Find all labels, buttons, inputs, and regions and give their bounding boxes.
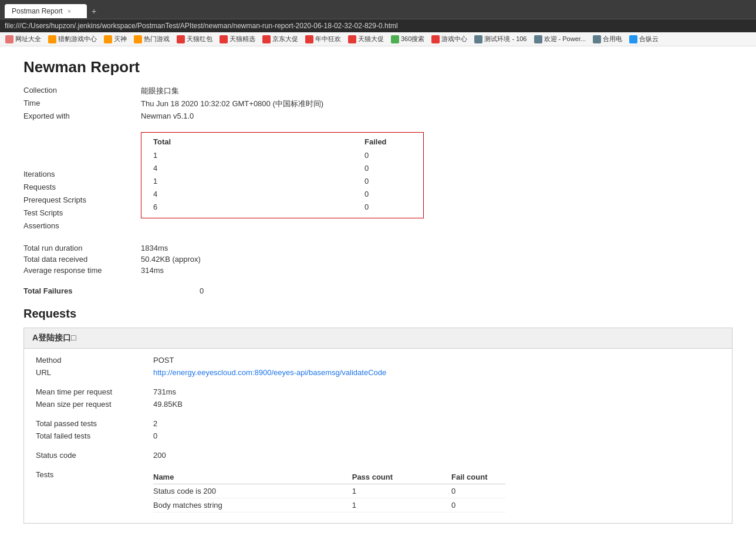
bookmark-label: 天猫红包 <box>187 35 212 43</box>
bookmark-icon-hezongyun <box>629 35 637 43</box>
mean-time-label: Mean time per request <box>36 387 153 396</box>
stat-labels: Iterations Requests Prerequest Scripts T… <box>23 132 141 232</box>
bookmark-icon-remen <box>134 35 142 43</box>
bookmark-label: 热门游戏 <box>144 35 170 43</box>
active-tab[interactable]: Postman Report × <box>5 4 87 18</box>
bookmark-nianzh[interactable]: 年中狂欢 <box>303 34 343 44</box>
total-failures-value: 0 <box>200 286 204 295</box>
status-code-value: 200 <box>153 451 166 460</box>
tab-bar: Postman Report × + <box>0 0 756 19</box>
bookmark-label: 测试环境 - 106 <box>484 35 526 43</box>
failed-header: Failed <box>365 137 411 146</box>
mean-time-row: Mean time per request 731ms <box>36 387 720 396</box>
bookmark-icon-ceshi <box>474 35 482 43</box>
bookmark-ceshi[interactable]: 测试环境 - 106 <box>473 34 528 44</box>
url-row: URL http://energy.eeyescloud.com:8900/ee… <box>36 368 720 377</box>
bookmark-wangzhi[interactable]: 网址大全 <box>4 34 43 44</box>
bookmark-mieshen[interactable]: 灭神 <box>102 34 129 44</box>
test-name-0: Status code is 200 <box>153 484 352 498</box>
bookmark-label: 网址大全 <box>15 35 41 43</box>
time-value: Thu Jun 18 2020 10:32:02 GMT+0800 (中国标准时… <box>141 99 323 109</box>
tab-label: Postman Report <box>12 7 63 15</box>
test-fail-1: 0 <box>451 498 505 512</box>
stats-row-prerequest: 1 0 <box>153 174 411 187</box>
bookmark-label: 天猫大促 <box>358 35 384 43</box>
prerequest-failed: 0 <box>365 177 369 186</box>
avg-response-label: Average response time <box>23 266 141 275</box>
bookmark-tianmao-hongbao[interactable]: 天猫红包 <box>175 34 214 44</box>
bookmark-360sousuo[interactable]: 360搜索 <box>389 34 426 44</box>
bookmark-icon-huanying <box>534 35 542 43</box>
duration-row-data: Total data received 50.42KB (approx) <box>23 255 733 264</box>
request-group-0: A登陆接口□ Method POST URL http://energy.eey… <box>23 328 733 524</box>
bookmark-huanying[interactable]: 欢迎 - Power... <box>532 34 588 44</box>
assertions-failed: 0 <box>365 203 369 211</box>
total-data-label: Total data received <box>23 255 141 264</box>
bookmark-heyongdian[interactable]: 合用电 <box>591 34 624 44</box>
bookmark-youxizhongxin[interactable]: 游戏中心 <box>430 34 469 44</box>
passed-tests-label: Total passed tests <box>36 419 153 428</box>
tests-row: Tests Name Pass count Fail count Status … <box>36 470 720 512</box>
stat-label-iterations: Iterations <box>23 167 141 180</box>
tests-table: Name Pass count Fail count Status code i… <box>153 470 505 512</box>
requests-total: 4 <box>153 164 200 173</box>
bookmark-liebaoyouxi[interactable]: 猎豹游戏中心 <box>46 34 99 44</box>
new-tab-button[interactable]: + <box>87 4 101 19</box>
bookmark-tianmao-jingxuan[interactable]: 天猫精选 <box>218 34 257 44</box>
mean-size-label: Mean size per request <box>36 400 153 409</box>
bookmark-icon-tianmao-hongbao <box>177 35 185 43</box>
failed-tests-row: Total failed tests 0 <box>36 431 720 440</box>
bookmark-tianmao-dacu[interactable]: 天猫大促 <box>346 34 386 44</box>
bookmark-label: 年中狂欢 <box>315 35 341 43</box>
request-group-header-0: A登陆接口□ <box>24 328 732 349</box>
total-run-label: Total run duration <box>23 244 141 252</box>
assertions-total: 6 <box>153 203 200 211</box>
bookmark-icon-liebaoyouxi <box>48 35 56 43</box>
total-data-value: 50.42KB (approx) <box>141 255 201 264</box>
browser-chrome: Postman Report × + file:///C:/Users/hupz… <box>0 0 756 32</box>
iterations-failed: 0 <box>365 151 369 160</box>
stat-label-prerequest: Prerequest Scripts <box>23 193 141 206</box>
request-body-0: Method POST URL http://energy.eeyescloud… <box>24 349 732 523</box>
duration-section: Total run duration 1834ms Total data rec… <box>23 244 733 275</box>
meta-row-collection: Collection 能眼接口集 <box>23 86 733 96</box>
method-label: Method <box>36 356 153 365</box>
mean-time-value: 731ms <box>153 387 176 396</box>
test-pass-1: 1 <box>352 498 451 512</box>
test-fail-0: 0 <box>451 484 505 498</box>
method-row: Method POST <box>36 356 720 365</box>
failed-tests-value: 0 <box>153 431 157 440</box>
total-failures-label: Total Failures <box>23 286 141 295</box>
passed-tests-row: Total passed tests 2 <box>36 419 720 428</box>
passed-tests-value: 2 <box>153 419 157 428</box>
bookmark-label: 京东大促 <box>272 35 298 43</box>
bookmarks-bar: 网址大全 猎豹游戏中心 灭神 热门游戏 天猫红包 天猫精选 京东大促 年中狂欢 … <box>0 32 756 46</box>
mean-size-row: Mean size per request 49.85KB <box>36 400 720 409</box>
address-bar[interactable]: file:///C:/Users/hupzon/.jenkins/workspa… <box>0 19 756 32</box>
collection-value: 能眼接口集 <box>141 86 179 96</box>
bookmark-icon-mieshen <box>104 35 112 43</box>
mean-size-value: 49.85KB <box>153 400 183 409</box>
bookmark-icon-youxizhongxin <box>431 35 440 43</box>
bookmark-hezongyun[interactable]: 合纵云 <box>627 34 660 44</box>
url-link[interactable]: http://energy.eeyescloud.com:8900/eeyes-… <box>153 368 386 377</box>
bookmark-icon-nianzh <box>305 35 313 43</box>
bookmark-jingdong[interactable]: 京东大促 <box>261 34 300 44</box>
bookmark-remen[interactable]: 热门游戏 <box>132 34 171 44</box>
status-code-label: Status code <box>36 451 153 460</box>
collection-label: Collection <box>23 86 141 96</box>
main-content: Newman Report Collection 能眼接口集 Time Thu … <box>0 46 756 543</box>
meta-row-exported: Exported with Newman v5.1.0 <box>23 112 733 120</box>
stat-label-requests: Requests <box>23 180 141 193</box>
bookmark-label: 天猫精选 <box>230 35 255 43</box>
stats-section: Iterations Requests Prerequest Scripts T… <box>23 132 733 232</box>
bookmark-label: 游戏中心 <box>441 35 467 43</box>
address-text: file:///C:/Users/hupzon/.jenkins/workspa… <box>5 22 398 30</box>
bookmark-label: 欢迎 - Power... <box>544 35 586 43</box>
bookmark-label: 猎豹游戏中心 <box>58 35 97 43</box>
tests-col-pass: Pass count <box>352 470 451 484</box>
tab-close-button[interactable]: × <box>68 8 71 15</box>
method-value: POST <box>153 356 174 365</box>
test-row-1: Body matches string 1 0 <box>153 498 505 512</box>
tests-col-fail: Fail count <box>451 470 505 484</box>
